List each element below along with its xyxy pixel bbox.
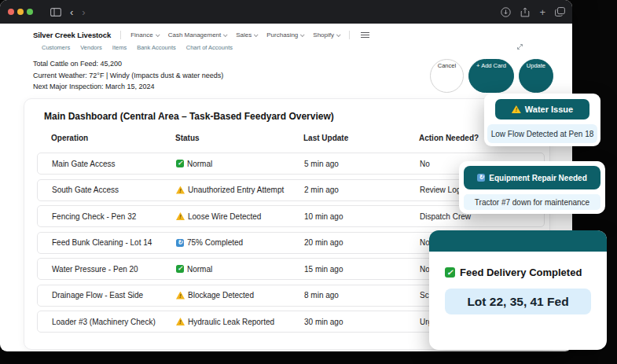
- status-text: Unauthorized Entry Attempt: [188, 186, 284, 194]
- status-cell: !Hydraulic Leak Reported: [176, 318, 304, 326]
- feed-delivery-lots-badge: Lot 22, 35, 41 Fed: [445, 289, 591, 314]
- warning-icon: !: [512, 105, 521, 113]
- chevron-down-icon: [254, 32, 259, 37]
- add-card-button[interactable]: + Add Card: [468, 59, 514, 93]
- divider: [349, 31, 350, 39]
- equipment-repair-card: ↻ Equipment Repair Needed Tractor #7 dow…: [459, 161, 605, 214]
- update-button[interactable]: Update: [519, 59, 553, 93]
- divider: [120, 31, 121, 39]
- subnav-item-bank-accounts[interactable]: Bank Accounts: [137, 44, 176, 51]
- subnav-item-vendors[interactable]: Vendors: [80, 44, 102, 51]
- column-operation: Operation: [51, 134, 175, 142]
- check-icon: ✓: [176, 160, 184, 167]
- check-icon: ✓: [176, 265, 184, 273]
- operation-cell: Drainage Flow - East Side: [52, 291, 176, 300]
- nav-label: Shopify: [313, 31, 334, 39]
- last-update-cell: 5 min ago: [304, 160, 420, 168]
- nav-label: Finance: [130, 31, 152, 39]
- last-update-cell: 10 min ago: [304, 212, 420, 221]
- status-cell: !Loose Wire Detected: [176, 212, 304, 221]
- last-update-cell: 20 min ago: [304, 238, 420, 247]
- subnav-item-items[interactable]: Items: [112, 44, 127, 51]
- warning-icon: !: [176, 186, 185, 194]
- refresh-icon: ↻: [176, 239, 184, 247]
- subnav-item-customers[interactable]: Customers: [42, 44, 70, 51]
- status-cell: !Unauthorized Entry Attempt: [176, 186, 304, 194]
- water-issue-title: Water Issue: [525, 105, 573, 114]
- window-controls: [8, 9, 33, 15]
- tab-overview-icon[interactable]: [555, 7, 565, 17]
- maximize-window-icon[interactable]: [27, 9, 33, 15]
- status-text: Normal: [187, 265, 212, 274]
- warning-icon: !: [176, 292, 185, 300]
- nav-label: Cash Management: [168, 31, 222, 39]
- status-text: Blockage Detected: [188, 291, 254, 300]
- sidebar-toggle-icon[interactable]: [50, 8, 61, 17]
- operation-cell: Feed Bunk Cleaning - Lot 14: [52, 238, 176, 247]
- brand-title: Silver Creek Livestock: [33, 31, 111, 39]
- cancel-button[interactable]: Cancel: [430, 59, 464, 93]
- nav-label: Purchasing: [266, 31, 298, 39]
- column-last-update: Last Update: [303, 134, 419, 142]
- close-window-icon[interactable]: [8, 9, 14, 15]
- nav-item-purchasing[interactable]: Purchasing: [266, 31, 303, 39]
- last-update-cell: 15 min ago: [304, 265, 420, 274]
- operation-cell: South Gate Access: [52, 186, 176, 194]
- back-icon[interactable]: ‹: [70, 7, 73, 17]
- status-cell: ↻75% Completed: [176, 238, 304, 247]
- chevron-down-icon: [300, 32, 305, 37]
- status-text: Loose Wire Detected: [188, 212, 261, 221]
- water-issue-card: ! Water Issue Low Flow Detected at Pen 1…: [484, 94, 600, 146]
- sub-navigation: Customers Vendors Items Bank Accounts Ch…: [0, 39, 572, 51]
- next-inspection-text: Next Major Inspection: March 15, 2024: [33, 81, 223, 93]
- subnav-item-chart-of-accounts[interactable]: Chart of Accounts: [186, 44, 233, 51]
- repair-icon: ↻: [477, 174, 485, 182]
- operation-cell: Loader #3 (Machinery Check): [52, 318, 176, 326]
- equipment-repair-button[interactable]: ↻ Equipment Repair Needed: [464, 166, 600, 189]
- current-weather-text: Current Weather: 72°F | Windy (Impacts d…: [33, 70, 223, 82]
- warning-icon: !: [176, 212, 185, 220]
- feed-delivery-title: Feed Delivery Completed: [460, 267, 582, 278]
- nav-item-finance[interactable]: Finance: [130, 31, 158, 39]
- app-header: Silver Creek Livestock Finance Cash Mana…: [0, 24, 572, 39]
- last-update-cell: 30 min ago: [304, 318, 420, 326]
- chevron-down-icon: [156, 32, 160, 37]
- menu-icon[interactable]: [361, 32, 369, 39]
- last-update-cell: 8 min ago: [304, 291, 420, 300]
- check-icon: ✓: [445, 267, 455, 278]
- status-cell: !Blockage Detected: [176, 291, 304, 300]
- table-header: Operation Status Last Update Action Need…: [24, 122, 549, 142]
- water-issue-detail: Low Flow Detected at Pen 18: [487, 124, 597, 143]
- status-text: 75% Completed: [187, 238, 243, 247]
- downloads-icon[interactable]: [501, 7, 511, 17]
- nav-item-cash-management[interactable]: Cash Management: [168, 31, 227, 39]
- water-issue-button[interactable]: ! Water Issue: [495, 99, 589, 119]
- nav-label: Sales: [236, 31, 252, 39]
- summary-section: Total Cattle on Feed: 45,200 Current Wea…: [0, 51, 572, 93]
- warning-icon: !: [176, 318, 185, 325]
- new-tab-icon[interactable]: +: [539, 7, 545, 17]
- card-header-bar: [429, 230, 607, 252]
- nav-item-shopify[interactable]: Shopify: [313, 31, 340, 39]
- share-icon[interactable]: [520, 7, 530, 17]
- nav-item-sales[interactable]: Sales: [236, 31, 257, 39]
- forward-icon[interactable]: ›: [82, 7, 85, 17]
- equipment-repair-title: Equipment Repair Needed: [489, 174, 586, 182]
- status-cell: ✓Normal: [176, 160, 304, 168]
- operation-cell: Fencing Check - Pen 32: [52, 212, 176, 221]
- status-text: Normal: [187, 160, 212, 168]
- column-status: Status: [175, 134, 303, 142]
- last-update-cell: 2 min ago: [304, 186, 420, 194]
- status-cell: ✓Normal: [176, 265, 304, 274]
- expand-icon[interactable]: [516, 40, 524, 54]
- feed-delivery-card: ✓ Feed Delivery Completed Lot 22, 35, 41…: [429, 230, 607, 350]
- operation-cell: Water Pressure - Pen 20: [52, 265, 176, 274]
- equipment-repair-detail: Tractor #7 down for maintenance: [464, 194, 600, 210]
- minimize-window-icon[interactable]: [17, 9, 24, 15]
- status-text: Hydraulic Leak Reported: [188, 318, 274, 326]
- operation-cell: Main Gate Access: [52, 160, 176, 168]
- total-cattle-text: Total Cattle on Feed: 45,200: [33, 58, 223, 70]
- chevron-down-icon: [336, 32, 341, 37]
- browser-titlebar: ‹ › +: [0, 0, 572, 24]
- chevron-down-icon: [223, 32, 228, 37]
